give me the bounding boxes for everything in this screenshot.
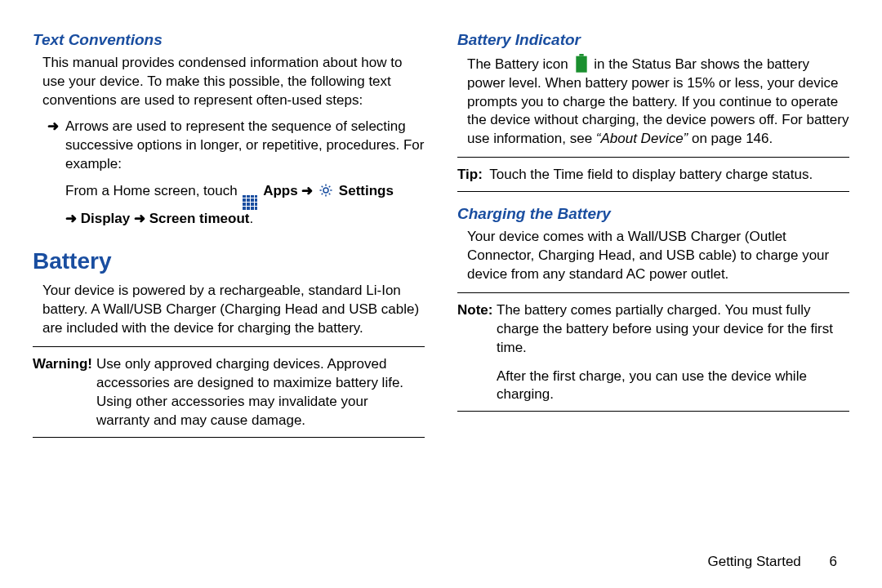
tip-text: Touch the Time field to display battery … — [486, 167, 813, 182]
arrow-icon: ➜ — [134, 211, 145, 226]
heading-battery-indicator: Battery Indicator — [457, 29, 849, 51]
heading-battery: Battery — [33, 246, 425, 277]
warning-text: Use only approved charging devices. Appr… — [96, 355, 425, 430]
seq-screen-timeout: Screen timeout — [149, 211, 250, 226]
heading-text-conventions: Text Conventions — [33, 29, 425, 51]
arrow-icon: ➜ — [65, 211, 77, 226]
page-number: 6 — [830, 554, 837, 569]
left-column: Text Conventions This manual provides co… — [33, 29, 425, 523]
divider — [457, 411, 849, 412]
settings-gear-icon — [318, 183, 333, 198]
right-column: Battery Indicator The Battery icon in th… — [457, 29, 849, 523]
about-device-ref: “About Device” — [596, 131, 688, 146]
note-label: Note: — [457, 301, 497, 358]
divider — [457, 292, 849, 293]
page-footer: Getting Started 6 — [707, 553, 837, 572]
divider — [457, 191, 849, 192]
footer-section: Getting Started — [707, 554, 800, 569]
apps-grid-icon — [243, 195, 257, 210]
tip-label: Tip: — [457, 167, 483, 182]
battery-icon — [574, 54, 589, 74]
seq-period: . — [250, 211, 254, 226]
note-block: Note: The battery comes partially charge… — [457, 301, 849, 358]
svg-point-0 — [323, 188, 328, 193]
divider — [457, 157, 849, 158]
bullet-arrow-usage: ➜ Arrows are used to represent the seque… — [47, 118, 425, 174]
note-text: The battery comes partially charged. You… — [497, 301, 849, 358]
seq-display: Display — [81, 211, 130, 226]
divider — [33, 437, 425, 438]
text-fragment: on page 146. — [688, 131, 773, 146]
seq-apps: Apps — [263, 183, 298, 198]
seq-settings: Settings — [339, 183, 394, 198]
para-text-conventions: This manual provides condensed informati… — [42, 54, 425, 110]
heading-charging-battery: Charging the Battery — [457, 203, 849, 225]
seq-prefix: From a Home screen, touch — [65, 183, 241, 198]
svg-rect-2 — [576, 56, 586, 72]
para-charging: Your device comes with a Wall/USB Charge… — [467, 228, 849, 284]
warning-block: Warning! Use only approved charging devi… — [33, 355, 425, 430]
text-fragment: The Battery icon — [467, 56, 572, 72]
bullet-text: Arrows are used to represent the sequenc… — [65, 118, 425, 174]
warning-label: Warning! — [33, 355, 96, 430]
para-battery-indicator: The Battery icon in the Status Bar shows… — [467, 54, 849, 149]
arrow-icon: ➜ — [47, 118, 65, 174]
arrow-icon: ➜ — [301, 183, 313, 198]
tip-block: Tip: Touch the Time field to display bat… — [457, 166, 849, 185]
para-battery-intro: Your device is powered by a rechargeable… — [42, 282, 425, 338]
manual-page: Text Conventions This manual provides co… — [0, 0, 882, 539]
example-sequence: From a Home screen, touch Apps ➜ Setting… — [65, 182, 425, 228]
divider — [33, 346, 425, 347]
svg-rect-1 — [579, 54, 583, 56]
para-after-note: After the first charge, you can use the … — [497, 368, 849, 405]
